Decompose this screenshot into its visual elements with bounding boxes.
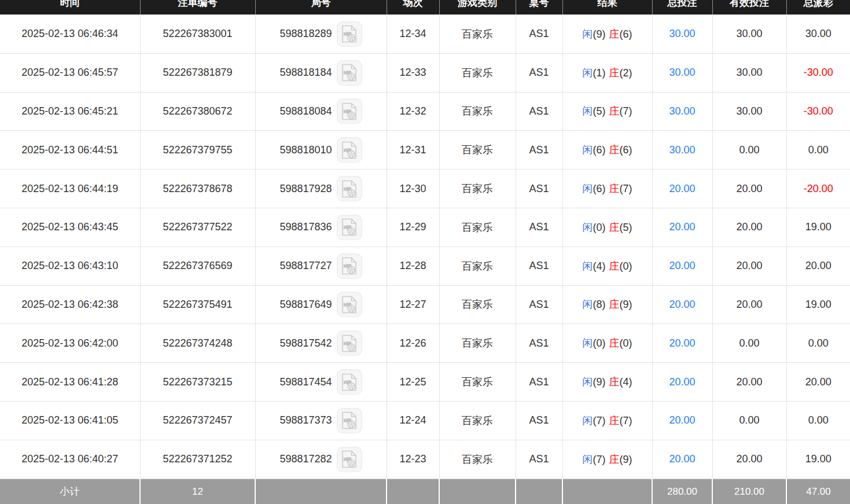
video-replay-button[interactable]: [337, 369, 362, 395]
round-id: 598817282: [279, 453, 332, 465]
bet-id: 522267378678: [163, 183, 232, 194]
total-bet-link[interactable]: 20.00: [669, 376, 695, 388]
valid-bet: 30.00: [736, 28, 762, 39]
bet-id-cell: 522267379755: [140, 131, 255, 170]
total-bet-link[interactable]: 30.00: [669, 144, 695, 156]
valid-bet: 20.00: [736, 376, 762, 388]
table-row: 2025-02-13 06:43:10 522267376569 5988177…: [0, 247, 850, 285]
time-cell: 2025-02-13 06:46:34: [0, 15, 140, 54]
valid-bet-cell: 20.00: [712, 440, 786, 479]
total-bet-link[interactable]: 20.00: [669, 337, 695, 349]
player-result-score: (8): [593, 299, 606, 310]
total-payout-cell: -30.00: [786, 53, 850, 92]
banker-result-score: (5): [620, 222, 632, 233]
footer-empty-cell: [516, 479, 562, 504]
col-header-session: 场次: [387, 0, 439, 15]
round-id: 598817542: [279, 337, 332, 350]
bet-id: 522267371252: [163, 453, 232, 465]
video-replay-button[interactable]: [337, 176, 362, 201]
table-row: 2025-02-13 06:46:34 522267383001 5988182…: [0, 15, 850, 54]
total-bet-link[interactable]: 20.00: [669, 260, 695, 271]
total-bet-link[interactable]: 30.00: [669, 67, 695, 78]
col-header-time: 时间: [0, 0, 140, 15]
game-type: 百家乐: [462, 144, 493, 156]
table-no-cell: AS1: [516, 170, 562, 208]
table-no-cell: AS1: [516, 15, 562, 54]
video-replay-button[interactable]: [337, 292, 362, 317]
video-replay-button[interactable]: [337, 408, 362, 433]
banker-result-score: (7): [620, 105, 632, 117]
banker-result-label: 庄: [609, 28, 620, 40]
col-header-label: 总派彩: [787, 0, 850, 8]
game-type: 百家乐: [462, 299, 493, 310]
game-type-cell: 百家乐: [439, 92, 516, 131]
session-cell: 12-24: [387, 401, 439, 440]
total-bet-link[interactable]: 30.00: [669, 105, 695, 117]
result-cell: 闲(8)庄(9): [562, 285, 652, 324]
bet-id: 522267373215: [163, 376, 232, 388]
game-type-cell: 百家乐: [439, 15, 516, 54]
bet-time: 2025-02-13 06:40:27: [21, 453, 118, 465]
video-replay-button[interactable]: [337, 447, 362, 472]
valid-bet: 30.00: [736, 105, 762, 117]
table-no-cell: AS1: [516, 208, 562, 247]
session-cell: 12-27: [387, 285, 439, 324]
table-no: AS1: [529, 28, 549, 39]
bet-id: 522267374248: [163, 337, 232, 349]
table-header: 时间 注单编号 局号 场次 游戏类别 桌号 结果 总投注 有效投注 总派彩: [0, 0, 850, 15]
total-bet-cell: 20.00: [652, 285, 712, 324]
total-bet-link[interactable]: 20.00: [669, 453, 695, 465]
game-type: 百家乐: [462, 415, 493, 426]
game-type: 百家乐: [462, 260, 493, 272]
video-replay-button[interactable]: [337, 21, 362, 47]
total-payout: 0.00: [808, 144, 829, 156]
total-bet-cell: 20.00: [652, 401, 712, 440]
table-row: 2025-02-13 06:44:19 522267378678 5988179…: [0, 170, 850, 208]
table-row: 2025-02-13 06:44:51 522267379755 5988180…: [0, 131, 850, 170]
total-bet-cell: 20.00: [652, 170, 712, 208]
table-row: 2025-02-13 06:41:28 522267373215 5988174…: [0, 363, 850, 402]
total-bet-link[interactable]: 20.00: [669, 221, 695, 233]
col-header-bet-id: 注单编号: [140, 0, 255, 15]
total-bet-link[interactable]: 20.00: [669, 183, 695, 194]
game-type-cell: 百家乐: [439, 285, 516, 324]
player-result-score: (9): [593, 376, 606, 388]
valid-bet: 20.00: [736, 221, 762, 233]
result-cell: 闲(0)庄(0): [562, 324, 652, 363]
video-replay-button[interactable]: [337, 253, 362, 279]
banker-result-label: 庄: [609, 337, 620, 349]
bet-id: 522267383001: [163, 28, 232, 39]
round-id: 598818010: [279, 144, 332, 156]
session-cell: 12-31: [387, 131, 439, 170]
bet-id-cell: 522267373215: [140, 363, 255, 402]
bet-id-cell: 522267374248: [140, 324, 255, 363]
time-cell: 2025-02-13 06:40:27: [0, 440, 140, 479]
bet-time: 2025-02-13 06:43:10: [21, 260, 118, 271]
video-file-icon: [341, 64, 357, 82]
video-replay-button[interactable]: [337, 60, 362, 86]
video-replay-button[interactable]: [337, 137, 362, 163]
total-bet-link[interactable]: 20.00: [669, 299, 695, 310]
result-cell: 闲(1)庄(2): [562, 53, 652, 92]
session: 12-31: [399, 144, 426, 156]
time-cell: 2025-02-13 06:45:21: [0, 92, 140, 131]
col-header-label: 有效投注: [713, 0, 786, 8]
video-replay-button[interactable]: [337, 98, 362, 124]
total-payout-cell: 19.00: [786, 440, 850, 479]
total-bet-link[interactable]: 20.00: [669, 414, 695, 426]
video-replay-button[interactable]: [337, 215, 362, 240]
valid-bet: 20.00: [736, 183, 762, 194]
round-id: 598817373: [279, 414, 332, 426]
session: 12-30: [399, 183, 426, 194]
video-replay-button[interactable]: [337, 330, 362, 356]
banker-result-score: (0): [620, 260, 632, 272]
bet-time: 2025-02-13 06:46:34: [21, 28, 118, 39]
total-bet-link[interactable]: 30.00: [669, 28, 695, 39]
bet-time: 2025-02-13 06:41:28: [21, 376, 118, 388]
player-result-score: (9): [593, 28, 606, 40]
result-cell: 闲(0)庄(5): [562, 208, 652, 247]
total-payout-cell: 19.00: [786, 208, 850, 247]
session-cell: 12-33: [387, 53, 439, 92]
footer-empty-cell: [387, 479, 439, 504]
game-type-cell: 百家乐: [439, 363, 516, 402]
